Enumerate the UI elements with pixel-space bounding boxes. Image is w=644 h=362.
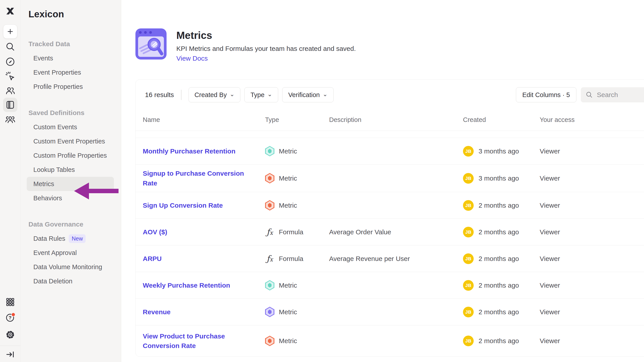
lexicon-sidebar: Lexicon Tracked Data Events Event Proper… xyxy=(20,0,121,362)
avatar: JB xyxy=(463,336,474,346)
created-time: 2 months ago xyxy=(478,282,519,289)
view-docs-link[interactable]: View Docs xyxy=(176,55,208,62)
events-cursor-icon[interactable] xyxy=(5,71,16,82)
col-header-description: Description xyxy=(325,116,458,124)
metric-name-link[interactable]: View Product to Purchase Conversion Rate xyxy=(143,327,265,355)
help-icon[interactable]: ? xyxy=(5,312,16,323)
create-button[interactable] xyxy=(3,24,17,39)
metric-name-link[interactable]: Sign Up Conversion Rate xyxy=(143,196,265,214)
metrics-table-card: 16 results Created By ⌄ Type ⌄ Verificat… xyxy=(136,79,644,357)
avatar: JB xyxy=(463,227,474,237)
settings-gear-icon[interactable] xyxy=(5,329,16,340)
table-row: Sign Up Conversion Rate ƒx Metric JB 2 m… xyxy=(136,192,644,219)
lexicon-page: ? Lexicon Tracked Data Events Event Prop… xyxy=(0,0,644,362)
organization-group-icon[interactable] xyxy=(5,114,16,125)
filter-type[interactable]: Type ⌄ xyxy=(244,87,278,102)
access-cell: Viewer xyxy=(534,228,644,236)
filter-created-by[interactable]: Created By ⌄ xyxy=(188,87,240,102)
sidebar-item-metrics[interactable]: Metrics xyxy=(27,177,114,191)
access-cell: Viewer xyxy=(534,282,644,289)
sidebar-item-behaviors[interactable]: Behaviors xyxy=(20,191,121,205)
avatar: JB xyxy=(463,280,474,291)
search-icon[interactable] xyxy=(5,41,16,52)
page-description: KPI Metrics and Formulas your team has c… xyxy=(176,45,356,52)
access-cell: Viewer xyxy=(534,308,644,316)
type-label: Metric xyxy=(279,308,297,316)
created-time: 2 months ago xyxy=(478,337,519,345)
created-time: 2 months ago xyxy=(478,308,519,316)
lexicon-notebook-icon[interactable] xyxy=(3,98,17,112)
discover-compass-icon[interactable] xyxy=(5,56,16,67)
metric-hexagon-icon xyxy=(265,307,274,317)
metric-name-link[interactable]: ARPU xyxy=(143,250,265,268)
sidebar-item-events[interactable]: Events xyxy=(20,51,121,65)
created-time: 2 months ago xyxy=(478,255,519,262)
section-tracked-data: Tracked Data Events Event Properties Pro… xyxy=(20,39,121,94)
avatar: JB xyxy=(463,307,474,317)
sidebar-item-event-approval[interactable]: Event Approval xyxy=(20,246,121,260)
type-label: Metric xyxy=(279,202,297,209)
search-icon xyxy=(586,91,593,98)
metric-name-link[interactable]: Revenue xyxy=(143,303,265,321)
section-saved-definitions: Saved Definitions Custom Events Custom E… xyxy=(20,108,121,205)
description-cell: Average Order Value xyxy=(325,228,458,236)
table-row: Monthly Purchaser Retention ƒx Metric JB… xyxy=(136,138,644,165)
search-input[interactable] xyxy=(597,91,644,99)
page-title: Metrics xyxy=(176,29,356,41)
filter-verification[interactable]: Verification ⌄ xyxy=(282,87,334,102)
sidebar-item-data-volume-monitoring[interactable]: Data Volume Monitoring xyxy=(20,260,121,274)
access-cell: Viewer xyxy=(534,337,644,345)
col-header-name: Name xyxy=(143,116,265,124)
sidebar-item-profile-properties[interactable]: Profile Properties xyxy=(20,79,121,94)
access-cell: Viewer xyxy=(534,148,644,155)
table-row: AOV ($) ƒx Formula Average Order Value J… xyxy=(136,219,644,245)
apps-grid-icon[interactable] xyxy=(5,297,16,307)
mixpanel-logo-icon[interactable] xyxy=(5,6,16,16)
metric-name-link[interactable]: AOV ($) xyxy=(143,223,265,241)
metric-name-link[interactable]: Monthly Purchaser Retention xyxy=(143,142,265,160)
formula-fx-icon: ƒx xyxy=(265,227,274,237)
notification-dot xyxy=(11,313,15,316)
main-content: Metrics KPI Metrics and Formulas your te… xyxy=(122,0,644,362)
type-label: Formula xyxy=(279,255,303,262)
sidebar-item-data-deletion[interactable]: Data Deletion xyxy=(20,274,121,288)
sidebar-item-custom-event-properties[interactable]: Custom Event Properties xyxy=(20,134,121,148)
search-box[interactable] xyxy=(581,87,644,102)
table-row: ARPU ƒx Formula Average Revenue per User… xyxy=(136,245,644,272)
edit-columns-button[interactable]: Edit Columns · 5 xyxy=(516,87,576,102)
toolbar-divider xyxy=(181,90,182,100)
chevron-down-icon: ⌄ xyxy=(323,91,328,97)
sidebar-item-event-properties[interactable]: Event Properties xyxy=(20,65,121,79)
type-label: Metric xyxy=(279,337,297,345)
col-header-type: Type xyxy=(265,116,325,124)
type-label: Metric xyxy=(279,282,297,289)
section-data-governance: Data Governance Data Rules New Event App… xyxy=(20,219,121,288)
collapse-rail-icon[interactable] xyxy=(5,349,16,360)
users-icon[interactable] xyxy=(5,85,16,96)
avatar: JB xyxy=(463,173,474,184)
metric-hexagon-icon xyxy=(265,336,274,346)
chevron-down-icon: ⌄ xyxy=(267,91,272,97)
table-row: Signup to Purchase Conversion Rate ƒx Me… xyxy=(136,165,644,192)
new-badge: New xyxy=(69,234,86,243)
table-row: Weekly Purchase Retention ƒx Metric JB 2… xyxy=(136,272,644,299)
metric-hexagon-icon xyxy=(265,146,274,156)
section-label: Saved Definitions xyxy=(20,108,121,118)
metric-name-link[interactable]: Weekly Purchase Retention xyxy=(143,277,265,294)
table-toolbar: 16 results Created By ⌄ Type ⌄ Verificat… xyxy=(136,80,644,109)
table-row: Revenue ƒx Metric JB 2 months ago Viewer xyxy=(136,299,644,325)
sidebar-item-data-rules[interactable]: Data Rules New xyxy=(20,231,121,246)
section-label: Data Governance xyxy=(20,219,121,229)
sidebar-item-custom-profile-properties[interactable]: Custom Profile Properties xyxy=(20,148,121,163)
created-time: 2 months ago xyxy=(478,202,519,209)
created-time: 2 months ago xyxy=(478,228,519,236)
metric-name-link[interactable]: Signup to Purchase Conversion Rate xyxy=(143,165,265,192)
section-label: Tracked Data xyxy=(20,39,121,49)
sidebar-item-lookup-tables[interactable]: Lookup Tables xyxy=(20,163,121,177)
sidebar-item-custom-events[interactable]: Custom Events xyxy=(20,120,121,134)
sidebar-title: Lexicon xyxy=(20,0,121,19)
chevron-down-icon: ⌄ xyxy=(230,91,234,97)
col-header-your-access: Your access xyxy=(534,116,644,124)
rail-divider xyxy=(0,346,20,346)
access-cell: Viewer xyxy=(534,175,644,182)
